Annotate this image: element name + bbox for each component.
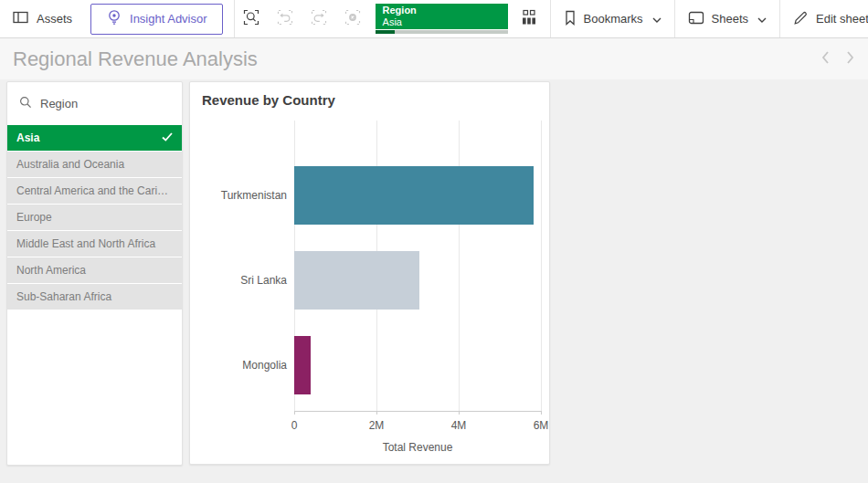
edit-icon bbox=[793, 10, 809, 28]
region-list: AsiaAustralia and OceaniaCentral America… bbox=[7, 125, 182, 310]
bookmark-icon bbox=[564, 10, 577, 28]
region-item-label: Middle East and North Africa bbox=[16, 237, 155, 250]
x-axis-title: Total Revenue bbox=[383, 441, 453, 454]
previous-sheet-button[interactable] bbox=[820, 50, 831, 68]
selection-chip-body: Region Asia bbox=[376, 4, 508, 29]
clear-selections-button[interactable] bbox=[336, 0, 370, 37]
search-icon bbox=[19, 96, 32, 111]
selection-field-name: Region bbox=[383, 5, 501, 16]
region-list-item[interactable]: Middle East and North Africa bbox=[7, 231, 182, 257]
assets-label: Assets bbox=[37, 12, 72, 26]
sheets-label: Sheets bbox=[712, 12, 748, 26]
smart-search-button[interactable] bbox=[235, 0, 269, 37]
app-objects-button[interactable] bbox=[508, 0, 550, 37]
region-filter-title: Region bbox=[40, 97, 78, 110]
edit-sheet-button[interactable]: Edit sheet bbox=[780, 0, 868, 37]
gridline bbox=[541, 121, 542, 411]
sheet-icon bbox=[688, 11, 704, 27]
prev-icon bbox=[820, 50, 831, 68]
app-objects-icon bbox=[520, 9, 538, 28]
gridline bbox=[459, 121, 460, 411]
bar-mongolia[interactable] bbox=[294, 336, 311, 394]
page-title: Regional Revenue Analysis bbox=[13, 47, 258, 71]
bookmarks-button[interactable]: Bookmarks bbox=[551, 0, 674, 37]
clear-selections-icon bbox=[344, 9, 361, 28]
region-list-item[interactable]: Asia bbox=[7, 125, 182, 151]
category-label: Mongolia bbox=[191, 336, 287, 394]
sheets-button[interactable]: Sheets bbox=[675, 0, 779, 37]
chevron-down-icon bbox=[757, 12, 767, 26]
region-list-item[interactable]: Australia and Oceania bbox=[7, 152, 182, 177]
axis-tick bbox=[376, 411, 377, 415]
bar-turkmenistan[interactable] bbox=[294, 166, 534, 225]
sheet-titlebar: Regional Revenue Analysis bbox=[0, 38, 868, 79]
region-list-item[interactable]: Sub-Saharan Africa bbox=[7, 284, 182, 310]
selection-progress-track bbox=[376, 30, 508, 34]
next-icon bbox=[845, 50, 855, 68]
insight-advisor-icon bbox=[106, 9, 122, 28]
selection-chip[interactable]: Region Asia bbox=[376, 4, 508, 34]
next-sheet-button[interactable] bbox=[845, 50, 855, 68]
check-icon bbox=[162, 131, 173, 144]
region-filter-panel: Region AsiaAustralia and OceaniaCentral … bbox=[6, 81, 183, 466]
region-list-item[interactable]: North America bbox=[7, 257, 182, 283]
chevron-down-icon bbox=[652, 12, 662, 26]
sheet-area: Region AsiaAustralia and OceaniaCentral … bbox=[0, 79, 868, 482]
x-tick-label: 0 bbox=[291, 419, 298, 432]
selection-progress-fill bbox=[376, 30, 396, 34]
x-tick-label: 2M bbox=[369, 419, 385, 432]
assets-button[interactable]: Assets bbox=[0, 0, 85, 37]
region-filter-header[interactable]: Region bbox=[7, 82, 182, 125]
region-item-label: Sub-Saharan Africa bbox=[16, 290, 111, 303]
x-tick-label: 6M bbox=[534, 419, 549, 432]
region-item-label: Central America and the Cari… bbox=[16, 184, 168, 197]
insight-advisor-label: Insight Advisor bbox=[130, 12, 207, 26]
region-item-label: Asia bbox=[16, 131, 39, 144]
axis-tick bbox=[459, 411, 460, 415]
redo-button[interactable] bbox=[302, 0, 336, 37]
toolbar: Assets Insight Advisor bbox=[0, 0, 868, 38]
bar-plot: Total Revenue 02M4M6MTurkmenistanSri Lan… bbox=[294, 121, 541, 412]
region-list-item[interactable]: Europe bbox=[7, 205, 182, 230]
selection-field-value: Asia bbox=[383, 16, 501, 28]
edit-sheet-label: Edit sheet bbox=[816, 12, 868, 26]
undo-button[interactable] bbox=[269, 0, 302, 37]
insight-advisor-button[interactable]: Insight Advisor bbox=[90, 4, 223, 35]
x-tick-label: 4M bbox=[451, 419, 467, 432]
bookmarks-label: Bookmarks bbox=[584, 12, 643, 26]
redo-icon bbox=[311, 9, 327, 28]
assets-panel-icon bbox=[13, 10, 29, 27]
category-label: Sri Lanka bbox=[191, 251, 287, 310]
chart-title: Revenue by Country bbox=[202, 92, 335, 108]
category-label: Turkmenistan bbox=[191, 166, 287, 225]
region-item-label: Europe bbox=[16, 211, 52, 224]
bar-sri-lanka[interactable] bbox=[294, 251, 419, 310]
axis-tick bbox=[541, 411, 542, 415]
region-item-label: North America bbox=[16, 264, 86, 277]
region-list-item[interactable]: Central America and the Cari… bbox=[7, 178, 182, 204]
revenue-chart-panel: Revenue by Country Total Revenue 02M4M6M… bbox=[189, 81, 550, 465]
region-item-label: Australia and Oceania bbox=[16, 158, 124, 171]
axis-tick bbox=[294, 411, 295, 415]
smart-search-icon bbox=[243, 9, 259, 28]
undo-icon bbox=[277, 9, 293, 28]
